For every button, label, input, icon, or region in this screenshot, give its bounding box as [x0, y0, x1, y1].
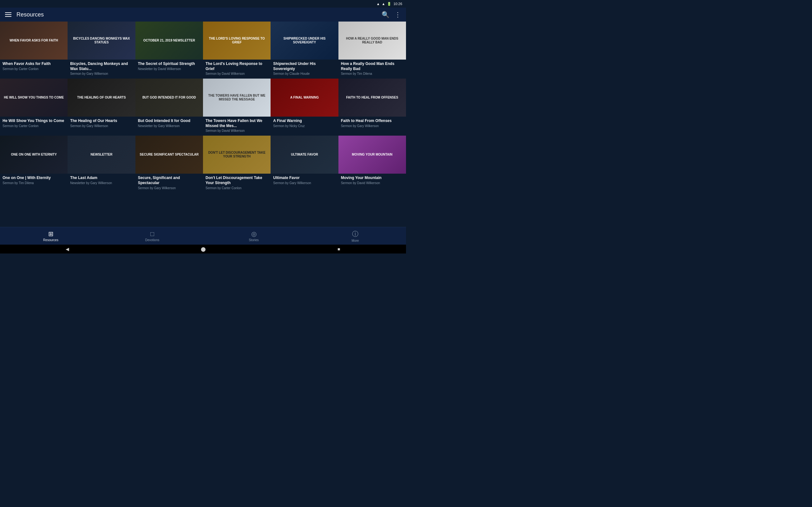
- thumbnail-text: MOVING YOUR MOUNTAIN: [351, 152, 394, 158]
- thumbnail-text: DON'T LET DISCOURAGEMENT TAKE YOUR STREN…: [206, 150, 268, 160]
- resource-card[interactable]: ULTIMATE FAVORUltimate FavorSermon by Ga…: [270, 135, 338, 193]
- thumbnail-text: WHEN FAVOR ASKS FOR FAITH: [8, 38, 59, 44]
- thumbnail-text: THE LORD'S LOVING RESPONSE TO GRIEF: [206, 36, 268, 46]
- card-title: The Towers Have Fallen but We Missed the…: [206, 118, 268, 128]
- card-thumbnail: A FINAL WARNING: [270, 78, 338, 117]
- resource-card[interactable]: OCTOBER 21, 2019 NEWSLETTERThe Secret of…: [136, 21, 203, 78]
- card-subtitle: Sermon by David Wilkerson: [206, 129, 268, 132]
- card-title: He Will Show You Things to Come: [3, 118, 65, 124]
- card-subtitle: Sermon by Claude Houde: [273, 72, 336, 75]
- card-title: The Healing of Our Hearts: [70, 118, 133, 124]
- card-thumbnail: MOVING YOUR MOUNTAIN: [339, 135, 406, 174]
- card-subtitle: Sermon by Gary Wilkerson: [273, 181, 336, 185]
- card-info: Bicycles, Dancing Monkeys and Wax Statu.…: [67, 60, 135, 78]
- card-title: Secure, Significant and Spectacular: [138, 176, 200, 185]
- devotions-label: Devotions: [145, 238, 159, 242]
- card-subtitle: Sermon by Nicky Cruz: [273, 124, 336, 128]
- thumbnail-text: ONE ON ONE WITH ETERNITY: [9, 152, 58, 158]
- wifi-icon: ▲: [376, 2, 380, 6]
- nav-resources[interactable]: ⊞ Resources: [0, 230, 101, 242]
- resource-card[interactable]: SECURE SIGNIFICANT SPECTACULARSecure, Si…: [136, 135, 203, 193]
- thumbnail-text: HOW A REALLY GOOD MAN ENDS REALLY BAD: [341, 36, 403, 46]
- resource-card[interactable]: A FINAL WARNINGA Final WarningSermon by …: [270, 78, 338, 135]
- resource-card[interactable]: NEWSLETTERThe Last AdamNewsletter by Gar…: [67, 135, 135, 193]
- card-thumbnail: HE WILL SHOW YOU THINGS TO COME: [0, 78, 67, 117]
- resource-card[interactable]: THE LORD'S LOVING RESPONSE TO GRIEFThe L…: [203, 21, 270, 78]
- nav-stories[interactable]: ◎ Stories: [203, 230, 305, 242]
- card-info: The Healing of Our HeartsSermon by Gary …: [67, 117, 135, 131]
- card-thumbnail: BUT GOD INTENDED IT FOR GOOD: [136, 78, 203, 117]
- resource-card[interactable]: ONE ON ONE WITH ETERNITYOne on One | Wit…: [0, 135, 67, 193]
- top-nav: Resources 🔍 ⋮: [0, 8, 406, 21]
- card-thumbnail: ONE ON ONE WITH ETERNITY: [0, 135, 67, 174]
- resources-icon: ⊞: [48, 230, 54, 238]
- thumbnail-text: BUT GOD INTENDED IT FOR GOOD: [141, 95, 197, 101]
- card-subtitle: Sermon by Gary Wilkerson: [70, 72, 133, 75]
- back-button[interactable]: ◀: [66, 246, 69, 251]
- nav-devotions[interactable]: □ Devotions: [101, 230, 203, 242]
- card-info: The Secret of Spiritual StrengthNewslett…: [136, 60, 203, 74]
- recent-button[interactable]: ■: [338, 246, 340, 251]
- card-subtitle: Newsletter by Gary Wilkerson: [138, 124, 200, 128]
- card-thumbnail: HOW A REALLY GOOD MAN ENDS REALLY BAD: [339, 21, 406, 60]
- card-info: But God Intended It for GoodNewsletter b…: [136, 117, 203, 131]
- card-subtitle: Newsletter by Gary Wilkerson: [70, 181, 133, 185]
- card-title: Bicycles, Dancing Monkeys and Wax Statu.…: [70, 61, 133, 71]
- card-info: Shipwrecked Under His SovereigntySermon …: [270, 60, 338, 78]
- card-thumbnail: NEWSLETTER: [67, 135, 135, 174]
- card-thumbnail: SHIPWRECKED UNDER HIS SOVEREIGNTY: [270, 21, 338, 60]
- resource-card[interactable]: THE TOWERS HAVE FALLEN BUT WE MISSED THE…: [203, 78, 270, 135]
- card-title: But God Intended It for Good: [138, 118, 200, 124]
- card-title: The Secret of Spiritual Strength: [138, 61, 200, 66]
- card-thumbnail: THE HEALING OF OUR HEARTS: [67, 78, 135, 117]
- thumbnail-text: FAITH TO HEAL FROM OFFENSES: [345, 95, 399, 101]
- card-title: One on One | With Eternity: [3, 176, 65, 181]
- nav-more[interactable]: ⓘ More: [305, 230, 406, 242]
- thumbnail-text: THE TOWERS HAVE FALLEN BUT WE MISSED THE…: [206, 93, 268, 103]
- card-thumbnail: DON'T LET DISCOURAGEMENT TAKE YOUR STREN…: [203, 135, 270, 174]
- card-title: Shipwrecked Under His Sovereignty: [273, 61, 336, 71]
- resource-card[interactable]: WHEN FAVOR ASKS FOR FAITHWhen Favor Asks…: [0, 21, 67, 78]
- resource-card[interactable]: BUT GOD INTENDED IT FOR GOODBut God Inte…: [136, 78, 203, 135]
- card-subtitle: Sermon by Gary Wilkerson: [341, 124, 403, 128]
- card-info: Ultimate FavorSermon by Gary Wilkerson: [270, 174, 338, 188]
- more-label: More: [352, 239, 359, 242]
- card-thumbnail: BICYCLES DANCING MONKEYS WAX STATUES: [67, 21, 135, 60]
- card-info: Don't Let Discouragement Take Your Stren…: [203, 174, 270, 193]
- resource-card[interactable]: HE WILL SHOW YOU THINGS TO COMEHe Will S…: [0, 78, 67, 135]
- card-info: How a Really Good Man Ends Really BadSer…: [339, 60, 406, 78]
- card-title: Don't Let Discouragement Take Your Stren…: [206, 176, 268, 185]
- resource-card[interactable]: FAITH TO HEAL FROM OFFENSESFaith to Heal…: [339, 78, 406, 135]
- search-icon[interactable]: 🔍: [382, 11, 390, 18]
- card-info: Moving Your MountainSermon by David Wilk…: [339, 174, 406, 188]
- resource-card[interactable]: MOVING YOUR MOUNTAINMoving Your Mountain…: [339, 135, 406, 193]
- card-subtitle: Sermon by Carter Conlon: [3, 124, 65, 128]
- resource-card[interactable]: SHIPWRECKED UNDER HIS SOVEREIGNTYShipwre…: [270, 21, 338, 78]
- card-info: Faith to Heal From OffensesSermon by Gar…: [339, 117, 406, 131]
- thumbnail-text: NEWSLETTER: [90, 152, 114, 158]
- resources-label: Resources: [43, 238, 58, 242]
- bottom-nav: ⊞ Resources □ Devotions ◎ Stories ⓘ More: [0, 227, 406, 245]
- resource-card[interactable]: DON'T LET DISCOURAGEMENT TAKE YOUR STREN…: [203, 135, 270, 193]
- card-thumbnail: OCTOBER 21, 2019 NEWSLETTER: [136, 21, 203, 60]
- thumbnail-text: BICYCLES DANCING MONKEYS WAX STATUES: [70, 36, 133, 46]
- resource-card[interactable]: THE HEALING OF OUR HEARTSThe Healing of …: [67, 78, 135, 135]
- devotions-icon: □: [150, 230, 154, 238]
- resource-card[interactable]: HOW A REALLY GOOD MAN ENDS REALLY BADHow…: [339, 21, 406, 78]
- stories-label: Stories: [249, 238, 258, 242]
- card-title: The Last Adam: [70, 176, 133, 181]
- card-subtitle: Sermon by Carter Conlon: [3, 67, 65, 71]
- card-subtitle: Sermon by Gary Wilkerson: [70, 124, 133, 128]
- card-title: Moving Your Mountain: [341, 176, 403, 181]
- thumbnail-text: ULTIMATE FAVOR: [290, 152, 319, 158]
- home-button[interactable]: ⬤: [201, 246, 206, 251]
- card-info: The Last AdamNewsletter by Gary Wilkerso…: [67, 174, 135, 188]
- more-options-icon[interactable]: ⋮: [395, 11, 401, 18]
- status-bar: ▲ ▲ 🔋 10:26: [0, 0, 406, 8]
- card-info: A Final WarningSermon by Nicky Cruz: [270, 117, 338, 131]
- battery-icon: 🔋: [387, 2, 392, 6]
- card-thumbnail: SECURE SIGNIFICANT SPECTACULAR: [136, 135, 203, 174]
- menu-button[interactable]: [5, 12, 11, 17]
- resource-card[interactable]: BICYCLES DANCING MONKEYS WAX STATUESBicy…: [67, 21, 135, 78]
- card-info: Secure, Significant and SpectacularSermo…: [136, 174, 203, 193]
